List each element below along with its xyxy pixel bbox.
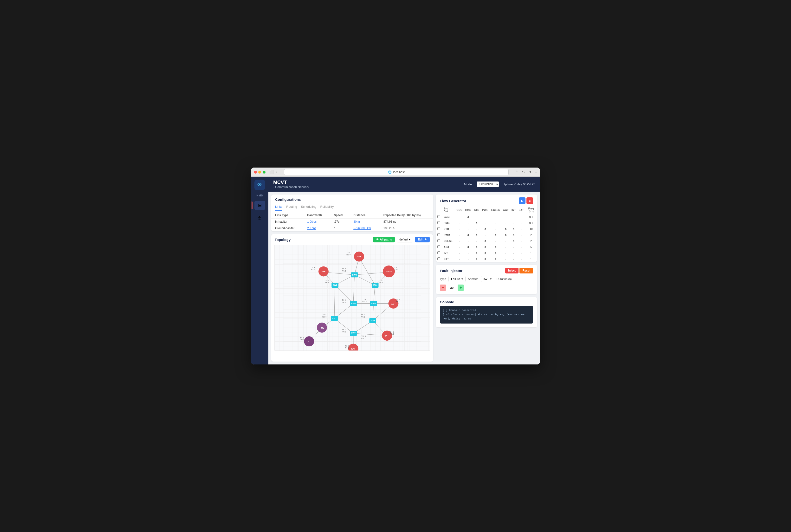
flow-cell: - [517, 232, 525, 238]
row-src: ECLSS [442, 238, 455, 244]
svg-text:TX: 1: TX: 1 [342, 329, 346, 330]
tab-reliability[interactable]: Reliability [321, 204, 334, 211]
flow-cell: - [517, 256, 525, 262]
bandwidth-2: 2 Kbps [303, 225, 330, 232]
flow-cell: X [472, 250, 481, 256]
tab-routing[interactable]: Routing [286, 204, 297, 211]
sidebar-toggle-icon[interactable]: ⬜ [269, 170, 274, 174]
tab-links[interactable]: Links [275, 204, 282, 211]
minimize-button[interactable] [258, 171, 261, 174]
console-card: Console [+] Console connected [10/12/202… [436, 297, 537, 327]
maximize-button[interactable] [263, 171, 266, 174]
row-check[interactable] [436, 226, 442, 232]
label-HMS: HMS [320, 327, 324, 329]
affected-select[interactable]: sw1 ▾ [481, 276, 494, 282]
stop-button[interactable]: ■ [526, 197, 533, 204]
svg-text:TX: 0: TX: 0 [345, 345, 349, 347]
topology-card: Topology 👁 All paths default ▾ [271, 234, 433, 362]
row-src: AGT [442, 244, 455, 250]
flow-cell: - [501, 244, 510, 250]
share-icon[interactable]: ⏱ [515, 170, 519, 174]
flow-cell: - [501, 238, 510, 244]
new-tab-icon[interactable]: + [535, 170, 537, 174]
affected-value: sw1 [484, 277, 489, 281]
col-str: STR [472, 206, 481, 214]
app-container: 👁 HMS ⊞ ⏱ MCVT - Communication Network M… [251, 177, 540, 364]
config-tabs: Links Routing Scheduling Reliability [271, 204, 433, 211]
close-button[interactable] [254, 171, 257, 174]
flow-cell: - [490, 226, 502, 232]
sidebar: 👁 HMS ⊞ ⏱ [251, 177, 268, 364]
sidebar-item-clock[interactable]: ⏱ [254, 214, 265, 223]
edit-icon: ✎ [424, 238, 427, 241]
flow-cell: X [472, 232, 481, 238]
row-src: STR [442, 226, 455, 232]
edit-button[interactable]: Edit ✎ [415, 236, 430, 242]
flow-cell: X [481, 250, 490, 256]
duration-plus-button[interactable]: + [458, 285, 464, 291]
flow-actions: ▶ ■ [519, 197, 533, 204]
flow-cell: - [472, 214, 481, 220]
row-check[interactable] [436, 250, 442, 256]
svg-text:TX: 0: TX: 0 [393, 266, 397, 268]
all-paths-button[interactable]: 👁 All paths [373, 236, 395, 242]
header-right: Mode: Simulation Uptime: 0 day 00:04:25 [464, 182, 535, 187]
console-title: Console [440, 300, 454, 304]
row-check[interactable] [436, 256, 442, 262]
shield-icon[interactable]: 🛡 [522, 170, 525, 174]
label-SW4: SW4 [373, 284, 378, 286]
upload-icon[interactable]: ⬆ [529, 170, 532, 174]
type-select[interactable]: Failure ▾ [448, 276, 466, 282]
url-bar[interactable]: 🌐 localhost [284, 169, 508, 175]
inject-button[interactable]: Inject [505, 268, 519, 273]
flow-cell: - [464, 220, 472, 226]
back-icon[interactable]: ‹ [276, 170, 277, 174]
flow-cell: X [481, 244, 490, 250]
row-check[interactable] [436, 244, 442, 250]
fault-injector-card: Fault Injector Inject Reset Type Failure… [436, 265, 537, 294]
fault-injector-header: Fault Injector Inject Reset [436, 265, 537, 276]
flow-cell: - [464, 250, 472, 256]
speed-1: .77c [330, 218, 349, 225]
svg-text:TX: 0: TX: 0 [390, 331, 394, 333]
flow-cell: - [472, 226, 481, 232]
row-freq: 2 [525, 232, 537, 238]
svg-text:TX: 0: TX: 0 [396, 299, 400, 300]
title-bar-actions: ⏱ 🛡 ⬆ + [515, 170, 537, 174]
row-check[interactable] [436, 220, 442, 226]
row-src: INT [442, 250, 455, 256]
svg-text:TX: 0: TX: 0 [379, 280, 383, 281]
label-EXT: EXT [351, 348, 355, 350]
col-distance: Distance [349, 211, 380, 218]
chevron-down-icon: ▾ [409, 238, 410, 241]
flow-table: Src \ Dst GCC HMS STR PWR ECLSS AGT INT … [436, 206, 537, 262]
play-button[interactable]: ▶ [519, 197, 525, 204]
svg-text:TX: 0: TX: 0 [363, 299, 366, 300]
row-check[interactable] [436, 214, 442, 220]
console-line-2: [10/12/2022 11:05:05] Pkt #0: 24 bytes, … [443, 313, 530, 321]
svg-text:TX: 0: TX: 0 [342, 299, 346, 301]
mac-window: ⬜ ‹ 🌐 localhost ⏱ 🛡 ⬆ + 👁 HMS ⊞ ⏱ [251, 168, 540, 364]
svg-text:RX: 1: RX: 1 [361, 316, 365, 318]
sidebar-item-grid[interactable]: ⊞ [254, 201, 265, 210]
tab-scheduling[interactable]: Scheduling [301, 204, 316, 211]
tx-rx-label: TX: 0 [361, 335, 366, 337]
flow-cell: - [510, 214, 517, 220]
flow-cell: - [501, 250, 510, 256]
flow-cell: - [501, 214, 510, 220]
url-text: localhost [393, 170, 404, 174]
topology-canvas[interactable]: TX: 0 RX: 0 SW3 TX: 0 RX: 0 SW4 [274, 245, 430, 351]
svg-text:TX: 1: TX: 1 [361, 314, 365, 316]
default-dropdown[interactable]: default ▾ [397, 236, 413, 242]
col-gcc: GCC [455, 206, 464, 214]
reset-button[interactable]: Reset [519, 268, 533, 273]
duration-minus-button[interactable]: − [440, 285, 446, 291]
row-check[interactable] [436, 232, 442, 238]
row-check[interactable] [436, 238, 442, 244]
mode-select[interactable]: Simulation [477, 182, 499, 187]
flow-cell: - [517, 226, 525, 232]
svg-text:RX: 0: RX: 0 [345, 347, 349, 349]
affected-label: Affected [468, 277, 479, 281]
link-type-2: Ground-habitat [271, 225, 303, 232]
flow-cell: - [517, 250, 525, 256]
